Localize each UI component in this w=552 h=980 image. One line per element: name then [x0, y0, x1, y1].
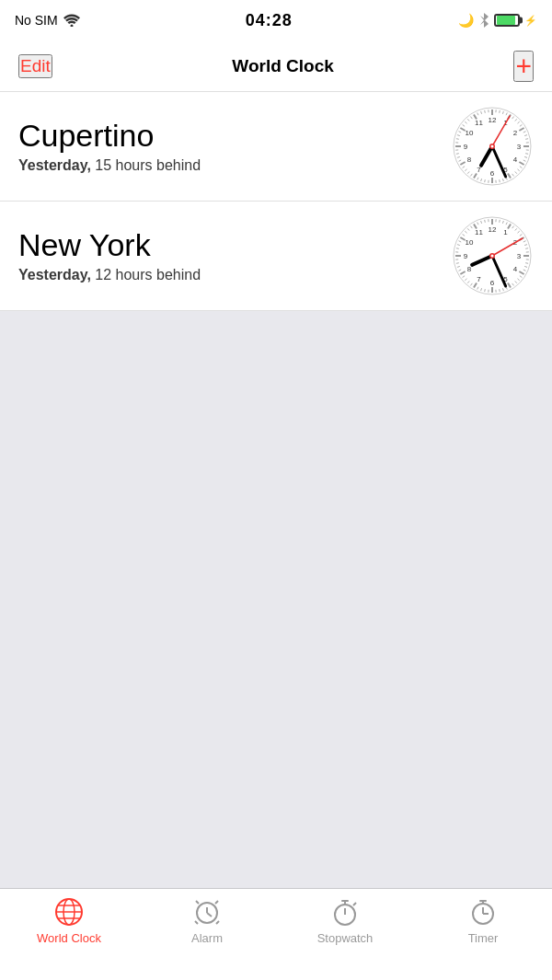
main-content: CupertinoYesterday, 15 hours behind 1212… — [0, 92, 552, 888]
stopwatch-icon — [329, 896, 361, 928]
svg-text:12: 12 — [489, 116, 497, 124]
svg-text:12: 12 — [489, 225, 497, 234]
svg-text:7: 7 — [477, 275, 481, 283]
tab-world-clock-label: World Clock — [37, 931, 101, 945]
alarm-icon — [191, 896, 223, 928]
status-right: 🌙 ⚡ — [458, 13, 537, 28]
svg-text:2: 2 — [513, 129, 518, 137]
svg-text:6: 6 — [490, 169, 495, 178]
svg-text:3: 3 — [517, 252, 522, 260]
clock-list: CupertinoYesterday, 15 hours behind 1212… — [0, 92, 552, 311]
bluetooth-icon — [478, 13, 489, 28]
svg-text:1: 1 — [503, 228, 508, 236]
tab-timer[interactable]: Timer — [423, 896, 543, 945]
svg-text:9: 9 — [464, 252, 468, 260]
svg-text:8: 8 — [467, 156, 472, 164]
globe-icon — [53, 896, 85, 928]
tab-world-clock[interactable]: World Clock — [9, 896, 129, 945]
svg-line-168 — [216, 921, 219, 924]
tab-alarm[interactable]: Alarm — [147, 896, 267, 945]
wifi-icon — [63, 14, 80, 27]
battery-icon — [494, 14, 520, 27]
clock-time-info-0: Yesterday, 15 hours behind — [18, 157, 436, 174]
tab-timer-label: Timer — [468, 931, 499, 945]
clock-city-1: New York — [18, 228, 436, 262]
svg-line-164 — [207, 913, 212, 917]
gray-area — [0, 311, 552, 888]
clock-time-info-1: Yesterday, 12 hours behind — [18, 267, 436, 283]
carrier-label: No SIM — [15, 13, 58, 28]
clock-item-0: CupertinoYesterday, 15 hours behind 1212… — [0, 92, 552, 202]
tab-stopwatch[interactable]: Stopwatch — [285, 896, 405, 945]
status-bar: No SIM 04:28 🌙 ⚡ — [0, 0, 552, 40]
timer-icon — [467, 896, 499, 928]
clock-info-1: New YorkYesterday, 12 hours behind — [18, 228, 436, 282]
nav-title: World Clock — [232, 56, 334, 76]
nav-bar: Edit World Clock + — [0, 40, 552, 92]
bolt-icon: ⚡ — [524, 15, 537, 27]
svg-line-173 — [353, 903, 356, 905]
status-left: No SIM — [15, 13, 80, 28]
moon-icon: 🌙 — [458, 13, 474, 28]
tab-stopwatch-label: Stopwatch — [317, 931, 374, 945]
tab-alarm-label: Alarm — [191, 931, 223, 945]
svg-text:9: 9 — [464, 143, 468, 151]
svg-line-167 — [195, 921, 198, 924]
svg-point-0 — [70, 25, 73, 28]
svg-text:3: 3 — [517, 143, 522, 151]
svg-point-156 — [491, 255, 494, 258]
svg-text:10: 10 — [465, 129, 473, 137]
svg-text:6: 6 — [490, 279, 495, 287]
analog-clock-1: 121234567891011 — [451, 214, 534, 297]
svg-text:10: 10 — [465, 238, 473, 247]
clock-item-1: New YorkYesterday, 12 hours behind 12123… — [0, 202, 552, 311]
svg-text:4: 4 — [513, 265, 518, 273]
analog-clock-0: 121234567891011 — [451, 105, 534, 188]
svg-point-78 — [491, 145, 494, 148]
svg-text:11: 11 — [475, 228, 483, 236]
svg-line-166 — [215, 901, 218, 904]
tab-bar: World Clock Alarm Stopwatch — [0, 888, 552, 980]
current-time: 04:28 — [246, 11, 293, 30]
clock-info-0: CupertinoYesterday, 15 hours behind — [18, 119, 436, 173]
svg-line-165 — [196, 901, 199, 904]
svg-text:4: 4 — [513, 156, 518, 164]
edit-button[interactable]: Edit — [18, 54, 52, 78]
svg-text:11: 11 — [475, 119, 483, 127]
add-clock-button[interactable]: + — [513, 51, 534, 82]
clock-city-0: Cupertino — [18, 119, 436, 153]
